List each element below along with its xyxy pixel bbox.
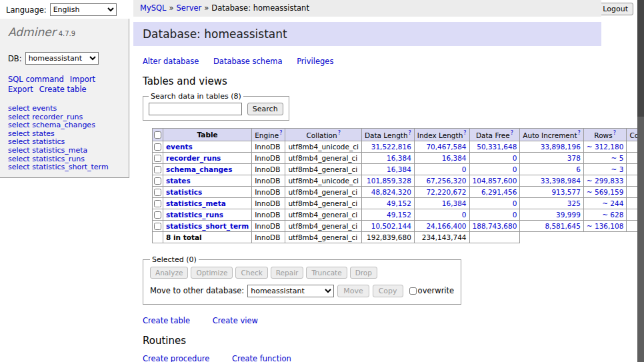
data-length-link[interactable]: 101,859,328 xyxy=(367,177,411,185)
search-button[interactable]: Search xyxy=(247,103,283,115)
rows-count-link[interactable]: ~ 299,833 xyxy=(587,177,624,185)
sidebar-item-select-schema-changes[interactable]: select schema_changes xyxy=(8,121,121,130)
logout-button[interactable]: Logout xyxy=(597,3,633,15)
index-length-link[interactable]: 16,384 xyxy=(442,199,467,207)
data-length-link[interactable]: 49,152 xyxy=(387,199,411,207)
breadcrumb-mysql-link[interactable]: MySQL xyxy=(140,3,167,13)
auto-increment-link[interactable]: 33,898,196 xyxy=(541,143,581,151)
data-free-link[interactable]: 0 xyxy=(513,165,517,173)
move-database-select[interactable]: homeassistant xyxy=(247,285,334,297)
index-length-link[interactable]: 0 xyxy=(462,165,467,173)
auto-increment-link[interactable]: 6 xyxy=(576,165,581,173)
index-length-link[interactable]: 72,220,672 xyxy=(426,188,466,196)
rows-count-link[interactable]: ~ 136,108 xyxy=(587,222,624,230)
create-function-link[interactable]: Create function xyxy=(232,354,291,362)
data-length-link[interactable]: 16,384 xyxy=(387,154,411,162)
data-length-link[interactable]: 49,152 xyxy=(387,211,411,219)
collation-help-link[interactable]: ? xyxy=(338,130,341,136)
overwrite-checkbox[interactable] xyxy=(409,287,417,295)
index-length-link[interactable]: 67,256,320 xyxy=(426,177,466,185)
select-all-checkbox[interactable] xyxy=(154,131,161,139)
row-checkbox[interactable] xyxy=(154,166,161,173)
auto-increment-link[interactable]: 39,999 xyxy=(556,211,581,219)
truncate-button[interactable]: Truncate xyxy=(306,267,347,279)
index-length-link[interactable]: 16,384 xyxy=(442,154,467,162)
table-link[interactable]: statistics xyxy=(166,188,202,196)
index-length-link[interactable]: 0 xyxy=(462,211,467,219)
table-total-row: 8 in total InnoDB utf8mb4_general_ci 192… xyxy=(153,231,644,243)
data-free-link[interactable]: 0 xyxy=(513,199,517,207)
import-link[interactable]: Import xyxy=(70,75,95,84)
row-checkbox[interactable] xyxy=(154,155,161,162)
create-table-link[interactable]: Create table xyxy=(39,85,87,94)
language-select[interactable]: English xyxy=(50,3,117,16)
database-schema-link[interactable]: Database schema xyxy=(213,57,282,66)
row-checkbox[interactable] xyxy=(154,211,161,219)
breadcrumb-server-link[interactable]: Server xyxy=(177,3,202,13)
data-free-link[interactable]: 188,743,680 xyxy=(473,222,517,230)
rows-count-link[interactable]: ~ 312,180 xyxy=(587,143,624,151)
repair-button[interactable]: Repair xyxy=(271,267,304,279)
table-link[interactable]: statistics_short_term xyxy=(166,222,249,230)
create-table-bottom-link[interactable]: Create table xyxy=(143,316,190,325)
create-view-link[interactable]: Create view xyxy=(213,316,258,325)
sidebar-item-select-events[interactable]: select events xyxy=(8,105,121,113)
row-checkbox[interactable] xyxy=(154,200,161,207)
auto-increment-link[interactable]: 8,581,645 xyxy=(545,222,580,230)
data-length-link[interactable]: 31,522,816 xyxy=(371,143,411,151)
move-button[interactable]: Move xyxy=(337,285,369,297)
create-procedure-link[interactable]: Create procedure xyxy=(143,354,209,362)
table-link[interactable]: recorder_runs xyxy=(166,154,221,162)
privileges-link[interactable]: Privileges xyxy=(297,57,333,66)
db-select[interactable]: homeassistant xyxy=(25,52,99,65)
drop-button[interactable]: Drop xyxy=(350,267,377,279)
table-link[interactable]: schema_changes xyxy=(166,165,233,173)
rows-count-link[interactable]: ~ 628 xyxy=(602,211,623,219)
table-link[interactable]: statistics_runs xyxy=(166,211,223,219)
data-length-link[interactable]: 16,384 xyxy=(387,165,411,173)
auto-increment-link[interactable]: 325 xyxy=(567,199,581,207)
index-length-help-link[interactable]: ? xyxy=(463,130,466,136)
table-link[interactable]: events xyxy=(166,143,193,151)
rows-help-link[interactable]: ? xyxy=(613,130,616,136)
auto-increment-help-link[interactable]: ? xyxy=(578,130,581,136)
rows-count-link[interactable]: ~ 244 xyxy=(602,199,623,207)
data-free-link[interactable]: 50,331,648 xyxy=(477,143,517,151)
auto-increment-link[interactable]: 33,398,984 xyxy=(541,177,581,185)
auto-increment-link[interactable]: 378 xyxy=(567,154,581,162)
row-checkbox[interactable] xyxy=(154,143,161,151)
vertical-scrollbar[interactable] xyxy=(637,0,644,362)
sql-command-link[interactable]: SQL command xyxy=(8,75,64,84)
data-free-link[interactable]: 0 xyxy=(513,211,517,219)
optimize-button[interactable]: Optimize xyxy=(191,267,233,279)
export-link[interactable]: Export xyxy=(8,85,33,94)
data-free-link[interactable]: 6,291,456 xyxy=(481,188,517,196)
auto-increment-link[interactable]: 913,577 xyxy=(551,188,580,196)
alter-database-link[interactable]: Alter database xyxy=(143,57,199,66)
sidebar-item-select-statistics-short-term[interactable]: select statistics_short_term xyxy=(8,163,121,172)
search-input[interactable] xyxy=(149,103,242,115)
scrollbar-thumb[interactable] xyxy=(637,0,644,117)
analyze-button[interactable]: Analyze xyxy=(150,267,188,279)
index-length-link[interactable]: 24,166,400 xyxy=(426,222,466,230)
data-free-link[interactable]: 0 xyxy=(513,154,517,162)
total-collation: utf8mb4_general_ci xyxy=(285,231,361,243)
data-free-help-link[interactable]: ? xyxy=(511,130,513,136)
sidebar-item-select-statistics-meta[interactable]: select statistics_meta xyxy=(8,147,121,155)
table-link[interactable]: states xyxy=(166,177,191,185)
data-free-link[interactable]: 104,857,600 xyxy=(473,177,517,185)
rows-count-link[interactable]: ~ 5 xyxy=(611,154,624,162)
engine-help-link[interactable]: ? xyxy=(279,130,282,136)
table-link[interactable]: statistics_meta xyxy=(166,199,226,207)
data-length-link[interactable]: 10,502,144 xyxy=(371,222,411,230)
rows-count-link[interactable]: ~ 3 xyxy=(611,165,624,173)
rows-count-link[interactable]: ~ 569,159 xyxy=(587,188,624,196)
row-checkbox[interactable] xyxy=(154,177,161,185)
row-checkbox[interactable] xyxy=(154,223,161,230)
check-button[interactable]: Check xyxy=(235,267,267,279)
index-length-link[interactable]: 70,467,584 xyxy=(426,143,466,151)
data-length-link[interactable]: 48,824,320 xyxy=(371,188,411,196)
data-length-help-link[interactable]: ? xyxy=(409,130,411,136)
copy-button[interactable]: Copy xyxy=(373,285,403,297)
row-checkbox[interactable] xyxy=(154,189,161,196)
